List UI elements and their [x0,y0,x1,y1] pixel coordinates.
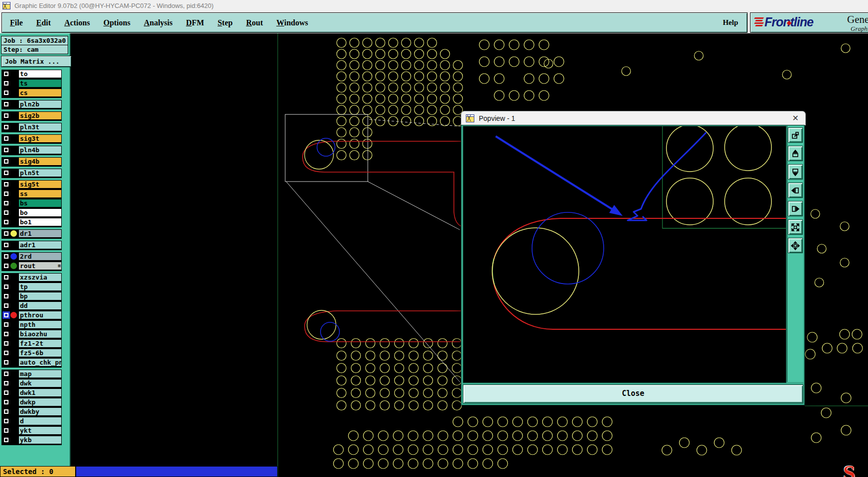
layer-name-chip[interactable]: ss [18,190,61,197]
layer-name-chip[interactable]: rout⊞ [18,262,61,270]
layer-visibility-checkbox[interactable] [2,408,10,415]
layer-name-chip[interactable]: biaozhu [18,330,61,338]
menu-actions[interactable]: Actions [64,18,90,27]
layer-row-dwk1[interactable]: dwk1 [1,388,62,398]
layer-name-chip[interactable]: ykt [18,427,61,434]
layer-visibility-checkbox[interactable] [2,292,10,300]
layer-visibility-checkbox[interactable] [2,241,10,249]
layer-name-chip[interactable]: ts [18,80,61,87]
layer-row-map[interactable]: map [1,370,62,379]
layer-row-dr1[interactable]: dr1 [1,229,62,239]
layer-name-chip[interactable]: dd [18,302,61,309]
layer-visibility-checkbox[interactable] [2,427,10,434]
popview-close-button[interactable]: Close [463,384,803,403]
layer-name-chip[interactable]: dwk1 [18,389,61,396]
layer-row-pthrou[interactable]: pthrou [1,311,62,320]
layer-visibility-checkbox[interactable] [2,370,10,378]
center-view-button[interactable] [788,238,803,253]
layer-visibility-checkbox[interactable] [2,417,10,425]
expand-badge-icon[interactable]: ⊞ [58,264,61,268]
layer-name-chip[interactable]: tp [18,283,61,290]
layer-row-tp[interactable]: tp [1,283,62,292]
layer-row-fz5-6b[interactable]: fz5-6b [1,349,62,358]
layer-name-chip[interactable]: 2rd [18,253,61,260]
layer-name-chip[interactable]: dr1 [18,230,61,237]
layer-visibility-checkbox[interactable] [2,262,10,270]
layer-row-adr1[interactable]: adr1 [1,241,62,250]
layer-visibility-checkbox[interactable] [2,349,10,357]
layer-name-chip[interactable]: pln3t [18,123,61,131]
layer-name-chip[interactable]: bp [18,292,61,300]
layer-name-chip[interactable]: sig2b [18,112,61,119]
layer-visibility-checkbox[interactable] [2,123,10,131]
layer-name-chip[interactable]: auto_chk_pn1 [18,359,61,366]
layer-name-chip[interactable]: dwkp [18,398,61,406]
layer-visibility-checkbox[interactable] [2,389,10,396]
layer-visibility-checkbox[interactable] [2,274,10,281]
layer-row-to[interactable]: to [1,70,62,79]
layer-row-dwkby[interactable]: dwkby [1,407,62,417]
layer-name-chip[interactable]: bo1 [18,218,61,226]
menu-options[interactable]: Options [104,18,130,27]
job-matrix-button[interactable]: Job Matrix ... [1,56,72,67]
layer-row-pln3t[interactable]: pln3t [1,123,62,132]
layer-visibility-checkbox[interactable] [2,181,10,188]
layer-visibility-checkbox[interactable] [2,321,10,328]
layer-visibility-checkbox[interactable] [2,302,10,309]
layer-row-pln5t[interactable]: pln5t [1,169,62,178]
layer-visibility-checkbox[interactable] [2,340,10,347]
layer-visibility-checkbox[interactable] [2,209,10,216]
layer-visibility-checkbox[interactable] [2,135,10,142]
layer-row-ts[interactable]: ts [1,79,62,89]
popview-close-icon[interactable]: ✕ [792,114,799,122]
layer-visibility-checkbox[interactable] [2,230,10,237]
layer-visibility-checkbox[interactable] [2,283,10,290]
layer-row-rout[interactable]: rout⊞ [1,262,62,271]
menu-analysis[interactable]: Analysis [144,18,173,27]
layer-name-chip[interactable]: dwkby [18,408,61,415]
layer-row-auto_chk_pn1[interactable]: auto_chk_pn1 [1,358,62,368]
layer-row-bo[interactable]: bo [1,208,62,218]
layer-name-chip[interactable]: pln2b [18,100,61,108]
menu-file[interactable]: File [10,18,23,27]
menu-edit[interactable]: Edit [36,18,51,27]
layer-row-bo1[interactable]: bo1 [1,218,62,227]
pan-right-button[interactable] [788,201,803,216]
popview-titlebar[interactable]: Popview - 1 ✕ [461,111,806,125]
layer-row-2rd[interactable]: 2rd [1,252,62,262]
menu-dfm[interactable]: DFM [186,18,204,27]
layer-row-sig3t[interactable]: sig3t [1,134,62,144]
layer-row-pln4b[interactable]: pln4b [1,146,62,155]
layer-row-bs[interactable]: bs [1,199,62,208]
layer-name-chip[interactable]: to [18,70,61,78]
layer-row-fz1-2t[interactable]: fz1-2t [1,339,62,349]
layer-row-npth[interactable]: npth [1,320,62,330]
layer-row-ykb[interactable]: ykb [1,436,62,445]
popview-canvas[interactable] [463,126,786,383]
layer-visibility-checkbox[interactable] [2,436,10,444]
layer-visibility-checkbox[interactable] [2,311,10,319]
pan-up-button[interactable] [788,146,803,161]
layer-row-ss[interactable]: ss [1,190,62,199]
layer-name-chip[interactable]: cs [18,89,61,96]
layer-row-sig2b[interactable]: sig2b [1,111,62,121]
layer-name-chip[interactable]: d [18,417,61,425]
layer-name-chip[interactable]: sig5t [18,181,61,188]
layer-visibility-checkbox[interactable] [2,158,10,165]
layer-visibility-checkbox[interactable] [2,218,10,226]
layer-visibility-checkbox[interactable] [2,330,10,338]
layer-name-chip[interactable]: bs [18,199,61,207]
layer-name-chip[interactable]: fz1-2t [18,340,61,347]
menu-windows[interactable]: Windows [276,18,308,27]
layer-visibility-checkbox[interactable] [2,89,10,96]
layer-visibility-checkbox[interactable] [2,100,10,108]
layer-row-xzszvia[interactable]: xzszvia [1,273,62,283]
layer-row-sig5t[interactable]: sig5t [1,180,62,190]
layer-visibility-checkbox[interactable] [2,70,10,78]
menu-step[interactable]: Step [217,18,232,27]
layer-visibility-checkbox[interactable] [2,146,10,154]
help-menu[interactable]: Help [723,18,738,27]
layer-name-chip[interactable]: map [18,370,61,378]
layer-row-bp[interactable]: bp [1,292,62,301]
layer-name-chip[interactable]: npth [18,321,61,328]
